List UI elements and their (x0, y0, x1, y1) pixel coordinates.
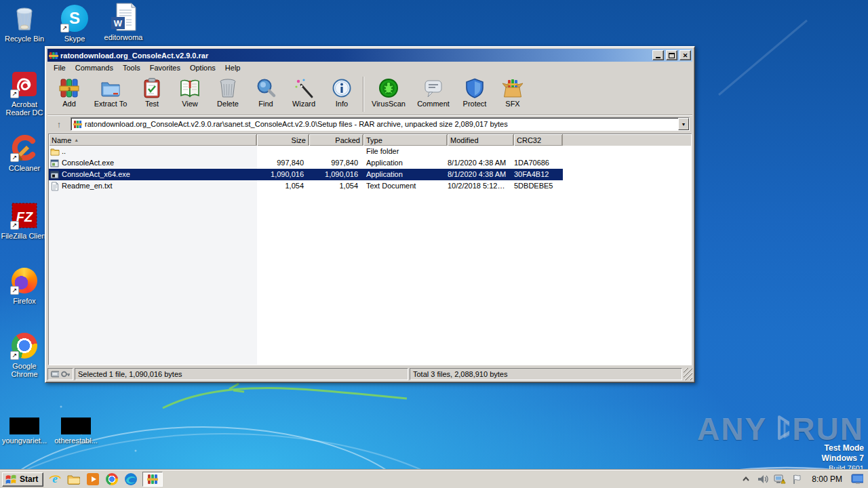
taskbar-edge-icon[interactable] (123, 472, 138, 487)
application-icon (50, 170, 60, 180)
text-document-icon (50, 182, 60, 191)
desktop-icon-label: CCleaner (0, 164, 49, 172)
desktop-icon-firefox[interactable]: ↗ Firefox (0, 266, 49, 305)
status-total-panel: Total 3 files, 2,088,910 bytes (410, 368, 682, 380)
system-tray: ! 8:00 PM (737, 472, 866, 487)
maximize-button[interactable] (666, 50, 677, 60)
status-bar: Selected 1 file, 1,090,016 bytes Total 3… (47, 367, 692, 380)
protect-button[interactable]: Protect (456, 75, 494, 113)
shortcut-arrow-icon: ↗ (10, 351, 19, 360)
column-header-name[interactable]: Name ▲ (49, 134, 257, 146)
taskbar-wmp-icon[interactable] (85, 472, 100, 487)
column-header-packed[interactable]: Packed (309, 134, 363, 146)
desktop-icon-otherestabl[interactable]: otherestabl... (52, 416, 100, 445)
application-icon (50, 159, 60, 168)
up-one-level-button[interactable]: ↑ (50, 117, 68, 131)
menu-bar: File Commands Tools Favorites Options He… (47, 62, 692, 74)
menu-options[interactable]: Options (185, 62, 220, 73)
table-row-consoleact-x64-exe-selected[interactable]: ConsoleAct_x64.exe 1,090,016 1,090,016 A… (49, 169, 563, 180)
table-row-parent-folder[interactable]: .. File folder (49, 146, 691, 157)
menu-help[interactable]: Help (220, 62, 245, 73)
list-header: Name ▲ Size Packed Type Modified CRC32 (49, 134, 691, 146)
recycle-bin-icon (11, 4, 38, 33)
virusscan-button[interactable]: VirusScan (366, 75, 411, 113)
address-row: ↑ ratondownload.org_ConsoleAct.v2.9.0.ra… (47, 115, 692, 133)
start-button[interactable]: Start (2, 472, 43, 487)
extract-to-button[interactable]: Extract To (88, 75, 133, 113)
desktop-icon-label: Skype (50, 35, 99, 43)
shortcut-arrow-icon: ↗ (10, 221, 19, 230)
menu-favorites[interactable]: Favorites (145, 62, 185, 73)
comment-icon (422, 77, 444, 99)
volume-icon[interactable] (757, 473, 769, 485)
menu-commands[interactable]: Commands (71, 62, 118, 73)
desktop-icon-ccleaner[interactable]: ↗ CCleaner (0, 133, 49, 172)
shortcut-arrow-icon: ↗ (10, 286, 19, 295)
folder-up-icon (50, 147, 60, 157)
taskbar-ie-icon[interactable]: e (47, 472, 62, 487)
title-bar[interactable]: ratondownload.org_ConsoleAct.v2.9.0.rar … (47, 49, 692, 62)
address-bar[interactable]: ratondownload.org_ConsoleAct.v2.9.0.rar\… (71, 117, 690, 131)
column-header-crc32[interactable]: CRC32 (514, 134, 563, 146)
desktop-icon-skype[interactable]: S ↗ Skype (50, 3, 99, 43)
display-icon[interactable] (851, 473, 863, 485)
desktop-icon-acrobat[interactable]: ↗ Acrobat Reader DC (0, 69, 49, 117)
shortcut-arrow-icon: ↗ (10, 153, 19, 162)
wizard-icon (293, 77, 315, 99)
blank-file-icon (9, 418, 39, 434)
rar-archive-icon (73, 120, 82, 129)
desktop-icon-editorwoma[interactable]: W editorwoma (99, 2, 148, 41)
desktop-icon-label: Firefox (0, 297, 49, 305)
table-row-consoleact-exe[interactable]: ConsoleAct.exe 997,840 997,840 Applicati… (49, 157, 691, 169)
wizard-button[interactable]: Wizard (285, 75, 323, 113)
view-button[interactable]: View (171, 75, 209, 113)
action-center-flag-icon[interactable] (791, 473, 803, 485)
winrar-window: ratondownload.org_ConsoleAct.v2.9.0.rar … (45, 46, 695, 383)
test-button[interactable]: Test (133, 75, 171, 113)
sfx-button[interactable]: SFX (494, 75, 532, 113)
virusscan-icon (378, 77, 399, 99)
start-label: Start (20, 474, 38, 484)
add-button[interactable]: 3 Add (50, 75, 88, 113)
menu-file[interactable]: File (49, 62, 71, 73)
address-text: ratondownload.org_ConsoleAct.v2.9.0.rar\… (85, 120, 675, 128)
column-header-modified[interactable]: Modified (448, 134, 514, 146)
address-dropdown-button[interactable]: ▼ (678, 118, 689, 130)
minimize-button[interactable] (652, 50, 664, 60)
column-header-type[interactable]: Type (363, 134, 448, 146)
svg-text:W: W (114, 18, 123, 28)
desktop-icon-label: youngvariet... (0, 436, 49, 445)
taskbar-clock[interactable]: 8:00 PM (808, 474, 846, 484)
view-icon (179, 77, 201, 99)
menu-tools[interactable]: Tools (118, 62, 145, 73)
table-row-readme-txt[interactable]: Readme_en.txt 1,054 1,054 Text Document … (49, 180, 691, 192)
delete-button[interactable]: Delete (209, 75, 247, 113)
desktop-icon-chrome[interactable]: ↗ Google Chrome (0, 331, 49, 378)
show-hidden-icons-button[interactable] (740, 473, 752, 485)
blank-file-icon (61, 418, 91, 434)
find-icon (255, 77, 277, 99)
taskbar: Start e (0, 470, 868, 488)
word-document-icon: W (110, 2, 137, 32)
sort-ascending-icon: ▲ (74, 138, 79, 142)
desktop-icon-label: Acrobat Reader DC (0, 100, 49, 117)
shortcut-arrow-icon: ↗ (60, 24, 69, 33)
find-button[interactable]: Find (247, 75, 285, 113)
taskbar-explorer-icon[interactable] (66, 472, 81, 487)
taskbar-chrome-icon[interactable] (104, 472, 119, 487)
window-title: ratondownload.org_ConsoleAct.v2.9.0.rar (60, 52, 650, 60)
column-header-size[interactable]: Size (257, 134, 309, 146)
resize-grip[interactable] (684, 368, 692, 380)
anyrun-watermark: ANY RUN Test Mode Windows 7 Build 7601 (697, 411, 864, 473)
desktop-icon-youngvariet[interactable]: youngvariet... (0, 416, 49, 445)
close-button[interactable]: ✕ (679, 50, 691, 60)
comment-button[interactable]: Comment (411, 75, 456, 113)
desktop-icon-recycle-bin[interactable]: Recycle Bin (0, 3, 49, 43)
desktop-icon-label: editorwoma (99, 33, 148, 41)
taskbar-winrar-task-active[interactable] (142, 472, 163, 487)
desktop-icon-filezilla[interactable]: FZ ↗ FileZilla Client (0, 201, 49, 240)
info-button[interactable]: Info (323, 75, 361, 113)
protect-icon (464, 77, 486, 99)
network-warning-icon[interactable]: ! (774, 473, 786, 485)
test-icon (141, 77, 163, 99)
